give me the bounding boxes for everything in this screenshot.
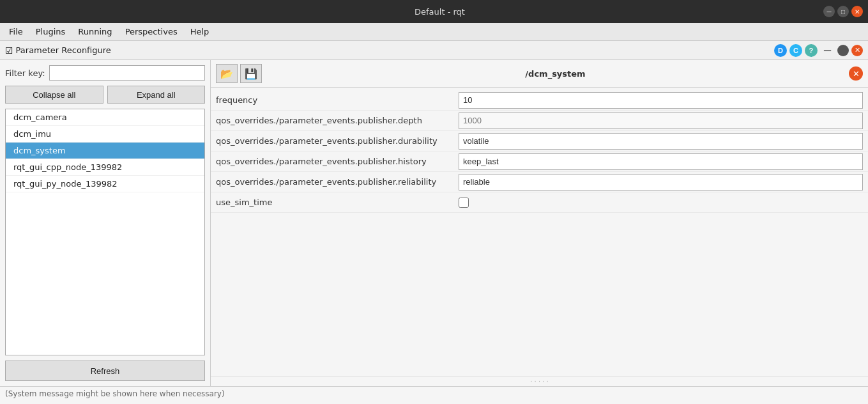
menu-running[interactable]: Running <box>72 24 118 39</box>
param-value-input[interactable] <box>459 92 863 109</box>
param-row: qos_overrides./parameter_events.publishe… <box>211 172 868 192</box>
plugin-icons-right: D C ? − ✕ <box>774 43 863 57</box>
save-config-button[interactable]: 💾 <box>240 64 262 83</box>
titlebar-title: Default - rqt <box>56 7 823 17</box>
icon-help-button[interactable]: ? <box>805 44 818 57</box>
icon-minimize-button[interactable] <box>837 45 849 56</box>
param-name: qos_overrides./parameter_events.publishe… <box>216 177 459 187</box>
node-list: dcm_cameradcm_imudcm_systemrqt_gui_cpp_n… <box>5 109 205 355</box>
param-checkbox[interactable] <box>459 198 469 208</box>
param-name: qos_overrides./parameter_events.publishe… <box>216 157 459 166</box>
icon-close-plugin-button[interactable]: ✕ <box>851 45 863 56</box>
filter-label: Filter key: <box>5 68 45 78</box>
plugin-title: Parameter Reconfigure <box>16 45 111 55</box>
node-list-item[interactable]: dcm_system <box>6 143 204 159</box>
filter-input[interactable] <box>49 65 205 81</box>
param-row: qos_overrides./parameter_events.publishe… <box>211 111 868 131</box>
status-message: (System message might be shown here when… <box>5 389 225 398</box>
icon-d-button[interactable]: D <box>774 44 787 57</box>
param-value-input[interactable] <box>459 174 863 190</box>
titlebar-controls: ─ □ ✕ <box>823 6 863 17</box>
icon-c-button[interactable]: C <box>789 44 802 57</box>
close-window-button[interactable]: ✕ <box>851 6 863 17</box>
expand-all-button[interactable]: Expand all <box>107 86 206 104</box>
node-list-item[interactable]: dcm_imu <box>6 126 204 143</box>
param-name: use_sim_time <box>216 198 459 207</box>
filter-row: Filter key: <box>5 65 205 81</box>
menu-file[interactable]: File <box>3 24 29 39</box>
params-container: frequencyqos_overrides./parameter_events… <box>211 88 868 376</box>
param-row: frequency <box>211 90 868 111</box>
node-list-item[interactable]: dcm_camera <box>6 109 204 126</box>
right-toolbar: 📂 💾 /dcm_system ✕ <box>211 60 868 88</box>
content-area: Filter key: Collapse all Expand all dcm_… <box>0 60 868 386</box>
node-list-item[interactable]: rqt_gui_py_node_139982 <box>6 176 204 192</box>
maximize-button[interactable]: □ <box>837 6 849 17</box>
param-row: use_sim_time <box>211 192 868 213</box>
param-row: qos_overrides./parameter_events.publishe… <box>211 152 868 172</box>
param-name: qos_overrides./parameter_events.publishe… <box>216 136 459 146</box>
node-list-item[interactable]: rqt_gui_cpp_node_139982 <box>6 159 204 176</box>
param-row: qos_overrides./parameter_events.publishe… <box>211 131 868 152</box>
app-container: ☑ Parameter Reconfigure D C ? − ✕ Filter… <box>0 41 868 404</box>
param-value-input[interactable] <box>459 133 863 150</box>
titlebar: Default - rqt ─ □ ✕ <box>0 0 868 23</box>
menu-perspectives[interactable]: Perspectives <box>119 24 184 39</box>
close-node-button[interactable]: ✕ <box>849 66 863 81</box>
open-icon: 📂 <box>220 68 233 80</box>
menu-help[interactable]: Help <box>184 24 216 39</box>
collapse-all-button[interactable]: Collapse all <box>5 86 103 104</box>
status-bar: (System message might be shown here when… <box>0 386 868 404</box>
save-icon: 💾 <box>245 68 257 80</box>
param-name: frequency <box>216 95 459 105</box>
open-config-button[interactable]: 📂 <box>216 64 238 83</box>
icon-dash-button[interactable]: − <box>820 43 835 57</box>
plugin-checkbox-icon: ☑ <box>5 45 13 56</box>
param-value-input <box>459 113 863 129</box>
refresh-button[interactable]: Refresh <box>5 361 205 381</box>
menubar: File Plugins Running Perspectives Help <box>0 23 868 41</box>
right-panel: 📂 💾 /dcm_system ✕ frequencyqos_overrides… <box>211 60 868 386</box>
left-panel: Filter key: Collapse all Expand all dcm_… <box>0 60 211 386</box>
right-panel-title: /dcm_system <box>264 69 846 79</box>
minimize-button[interactable]: ─ <box>823 6 835 17</box>
param-value-input[interactable] <box>459 153 863 170</box>
collapse-expand-row: Collapse all Expand all <box>5 86 205 104</box>
plugin-header: ☑ Parameter Reconfigure D C ? − ✕ <box>0 41 868 60</box>
menu-plugins[interactable]: Plugins <box>29 24 72 39</box>
param-name: qos_overrides./parameter_events.publishe… <box>216 116 459 125</box>
divider: · · · · · <box>211 376 868 386</box>
